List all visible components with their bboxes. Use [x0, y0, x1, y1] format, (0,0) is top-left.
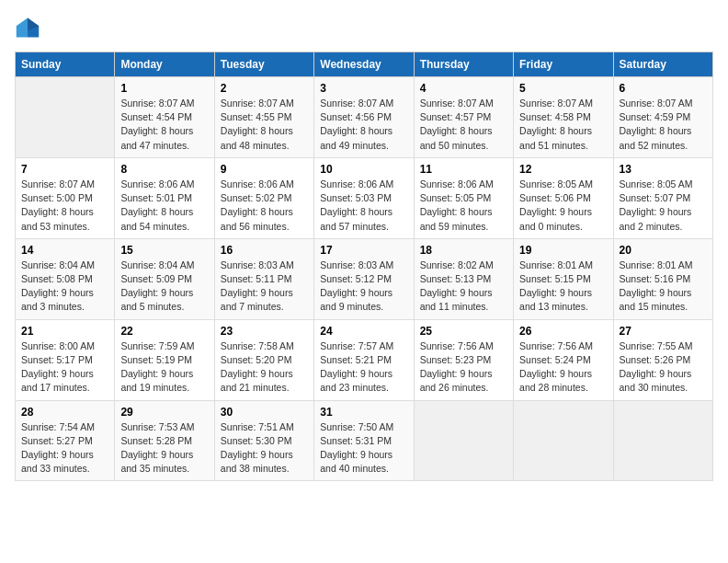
day-info: Sunrise: 8:01 AMSunset: 5:16 PMDaylight:… [620, 259, 707, 315]
day-cell [514, 400, 613, 481]
day-cell: 11Sunrise: 8:06 AMSunset: 5:05 PMDayligh… [414, 157, 513, 238]
day-cell: 18Sunrise: 8:02 AMSunset: 5:13 PMDayligh… [414, 238, 513, 319]
logo [15, 15, 44, 40]
header-day-thursday: Thursday [414, 52, 513, 77]
day-info: Sunrise: 8:07 AMSunset: 5:00 PMDaylight:… [21, 178, 108, 234]
day-number: 21 [21, 325, 108, 338]
calendar-header: SundayMondayTuesdayWednesdayThursdayFrid… [16, 52, 713, 77]
header-day-wednesday: Wednesday [314, 52, 414, 77]
day-info: Sunrise: 7:54 AMSunset: 5:27 PMDaylight:… [21, 420, 108, 477]
day-cell: 2Sunrise: 8:07 AMSunset: 4:55 PMDaylight… [214, 77, 313, 158]
day-cell: 30Sunrise: 7:51 AMSunset: 5:30 PMDayligh… [214, 400, 313, 481]
day-cell: 28Sunrise: 7:54 AMSunset: 5:27 PMDayligh… [16, 400, 115, 481]
week-row-1: 1Sunrise: 8:07 AMSunset: 4:54 PMDaylight… [16, 77, 713, 158]
day-info: Sunrise: 8:00 AMSunset: 5:17 PMDaylight:… [21, 339, 108, 396]
day-number: 25 [420, 325, 507, 338]
day-number: 9 [221, 163, 308, 176]
day-number: 29 [120, 406, 208, 419]
day-cell: 25Sunrise: 7:56 AMSunset: 5:23 PMDayligh… [414, 319, 513, 400]
day-cell: 22Sunrise: 7:59 AMSunset: 5:19 PMDayligh… [115, 319, 214, 400]
day-cell: 15Sunrise: 8:04 AMSunset: 5:09 PMDayligh… [115, 238, 214, 319]
day-number: 1 [120, 82, 208, 95]
day-cell: 9Sunrise: 8:06 AMSunset: 5:02 PMDaylight… [214, 157, 313, 238]
day-info: Sunrise: 8:07 AMSunset: 4:57 PMDaylight:… [420, 97, 507, 153]
day-cell: 31Sunrise: 7:50 AMSunset: 5:31 PMDayligh… [314, 400, 414, 481]
day-info: Sunrise: 7:59 AMSunset: 5:19 PMDaylight:… [120, 339, 208, 396]
day-info: Sunrise: 8:03 AMSunset: 5:12 PMDaylight:… [320, 259, 407, 315]
day-cell: 27Sunrise: 7:55 AMSunset: 5:26 PMDayligh… [613, 319, 712, 400]
day-cell: 1Sunrise: 8:07 AMSunset: 4:54 PMDaylight… [115, 77, 214, 158]
day-cell: 19Sunrise: 8:01 AMSunset: 5:15 PMDayligh… [514, 238, 613, 319]
day-number: 27 [620, 325, 707, 338]
day-number: 19 [519, 244, 607, 257]
header-day-sunday: Sunday [16, 52, 115, 77]
day-number: 18 [420, 244, 507, 257]
svg-marker-1 [17, 18, 28, 38]
day-cell: 12Sunrise: 8:05 AMSunset: 5:06 PMDayligh… [514, 157, 613, 238]
calendar-body: 1Sunrise: 8:07 AMSunset: 4:54 PMDaylight… [16, 77, 713, 481]
week-row-4: 21Sunrise: 8:00 AMSunset: 5:17 PMDayligh… [16, 319, 713, 400]
day-info: Sunrise: 7:57 AMSunset: 5:21 PMDaylight:… [320, 339, 407, 396]
day-number: 10 [320, 163, 407, 176]
day-cell: 24Sunrise: 7:57 AMSunset: 5:21 PMDayligh… [314, 319, 414, 400]
day-number: 13 [620, 163, 707, 176]
day-number: 5 [519, 82, 607, 95]
day-number: 7 [21, 163, 108, 176]
day-cell: 29Sunrise: 7:53 AMSunset: 5:28 PMDayligh… [115, 400, 214, 481]
day-cell [16, 77, 115, 158]
day-info: Sunrise: 8:06 AMSunset: 5:03 PMDaylight:… [320, 178, 407, 234]
day-cell [414, 400, 513, 481]
day-number: 6 [620, 82, 707, 95]
day-info: Sunrise: 7:50 AMSunset: 5:31 PMDaylight:… [320, 420, 407, 477]
day-cell: 14Sunrise: 8:04 AMSunset: 5:08 PMDayligh… [16, 238, 115, 319]
day-info: Sunrise: 8:04 AMSunset: 5:09 PMDaylight:… [120, 259, 208, 315]
day-cell: 20Sunrise: 8:01 AMSunset: 5:16 PMDayligh… [613, 238, 712, 319]
day-number: 15 [120, 244, 208, 257]
header-day-tuesday: Tuesday [214, 52, 313, 77]
day-cell: 8Sunrise: 8:06 AMSunset: 5:01 PMDaylight… [115, 157, 214, 238]
day-info: Sunrise: 7:56 AMSunset: 5:24 PMDaylight:… [519, 339, 607, 396]
day-cell: 4Sunrise: 8:07 AMSunset: 4:57 PMDaylight… [414, 77, 513, 158]
day-number: 24 [320, 325, 407, 338]
day-cell [613, 400, 712, 481]
day-info: Sunrise: 8:07 AMSunset: 4:56 PMDaylight:… [320, 97, 407, 153]
logo-icon [15, 15, 40, 40]
day-info: Sunrise: 8:06 AMSunset: 5:05 PMDaylight:… [420, 178, 507, 234]
page-header [15, 15, 713, 40]
day-number: 22 [120, 325, 208, 338]
header-row: SundayMondayTuesdayWednesdayThursdayFrid… [16, 52, 713, 77]
day-cell: 7Sunrise: 8:07 AMSunset: 5:00 PMDaylight… [16, 157, 115, 238]
calendar-table: SundayMondayTuesdayWednesdayThursdayFrid… [15, 52, 713, 481]
day-number: 2 [221, 82, 308, 95]
week-row-3: 14Sunrise: 8:04 AMSunset: 5:08 PMDayligh… [16, 238, 713, 319]
day-info: Sunrise: 7:56 AMSunset: 5:23 PMDaylight:… [420, 339, 507, 396]
day-cell: 5Sunrise: 8:07 AMSunset: 4:58 PMDaylight… [514, 77, 613, 158]
day-cell: 23Sunrise: 7:58 AMSunset: 5:20 PMDayligh… [214, 319, 313, 400]
day-cell: 16Sunrise: 8:03 AMSunset: 5:11 PMDayligh… [214, 238, 313, 319]
day-number: 14 [21, 244, 108, 257]
day-number: 16 [221, 244, 308, 257]
day-info: Sunrise: 8:06 AMSunset: 5:02 PMDaylight:… [221, 178, 308, 234]
day-cell: 21Sunrise: 8:00 AMSunset: 5:17 PMDayligh… [16, 319, 115, 400]
day-cell: 3Sunrise: 8:07 AMSunset: 4:56 PMDaylight… [314, 77, 414, 158]
day-cell: 26Sunrise: 7:56 AMSunset: 5:24 PMDayligh… [514, 319, 613, 400]
day-number: 8 [120, 163, 208, 176]
week-row-2: 7Sunrise: 8:07 AMSunset: 5:00 PMDaylight… [16, 157, 713, 238]
day-info: Sunrise: 7:58 AMSunset: 5:20 PMDaylight:… [221, 339, 308, 396]
day-cell: 10Sunrise: 8:06 AMSunset: 5:03 PMDayligh… [314, 157, 414, 238]
day-number: 23 [221, 325, 308, 338]
day-info: Sunrise: 8:01 AMSunset: 5:15 PMDaylight:… [519, 259, 607, 315]
day-info: Sunrise: 8:07 AMSunset: 4:58 PMDaylight:… [519, 97, 607, 153]
header-day-friday: Friday [514, 52, 613, 77]
day-info: Sunrise: 8:03 AMSunset: 5:11 PMDaylight:… [221, 259, 308, 315]
day-number: 26 [519, 325, 607, 338]
day-info: Sunrise: 7:53 AMSunset: 5:28 PMDaylight:… [120, 420, 208, 477]
day-info: Sunrise: 7:51 AMSunset: 5:30 PMDaylight:… [221, 420, 308, 477]
day-cell: 6Sunrise: 8:07 AMSunset: 4:59 PMDaylight… [613, 77, 712, 158]
day-info: Sunrise: 7:55 AMSunset: 5:26 PMDaylight:… [620, 339, 707, 396]
day-info: Sunrise: 8:02 AMSunset: 5:13 PMDaylight:… [420, 259, 507, 315]
day-number: 12 [519, 163, 607, 176]
day-info: Sunrise: 8:04 AMSunset: 5:08 PMDaylight:… [21, 259, 108, 315]
day-info: Sunrise: 8:05 AMSunset: 5:06 PMDaylight:… [519, 178, 607, 234]
day-info: Sunrise: 8:05 AMSunset: 5:07 PMDaylight:… [620, 178, 707, 234]
